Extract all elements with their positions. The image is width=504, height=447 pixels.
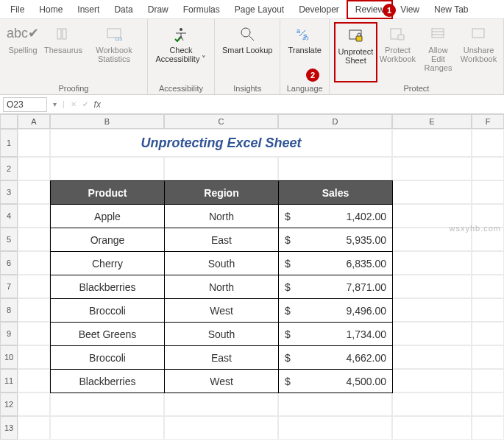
tab-home[interactable]: Home <box>32 1 70 18</box>
cell-region[interactable]: East <box>165 228 279 252</box>
table-row[interactable]: Beet GreensSouth$1,734.00 <box>51 323 393 346</box>
row-header-4[interactable]: 4 <box>0 204 18 228</box>
col-header-D[interactable]: D <box>278 114 392 129</box>
row-header-8[interactable]: 8 <box>0 298 18 322</box>
tab-view[interactable]: View <box>393 1 427 18</box>
cells-area[interactable]: Unprotecting Excel Sheet Product Region … <box>18 129 504 440</box>
col-header-A[interactable]: A <box>18 114 50 129</box>
unprotect-sheet-label: Unprotect Sheet <box>338 47 374 65</box>
th-product[interactable]: Product <box>51 181 165 205</box>
cell-region[interactable]: North <box>165 205 279 228</box>
group-language-label: Language <box>285 82 324 93</box>
cell-sales[interactable]: $6,835.00 <box>279 252 393 275</box>
cell-region[interactable]: South <box>165 323 279 346</box>
column-headers-row: A B C D E F <box>0 114 504 129</box>
unshare-workbook-label: Unshare Workbook <box>461 46 497 63</box>
row-header-12[interactable]: 12 <box>0 393 18 416</box>
spelling-button[interactable]: abc✔ Spelling <box>4 22 41 82</box>
allow-edit-ranges-button[interactable]: Allow Edit Ranges <box>418 22 458 82</box>
cell-region[interactable]: West <box>165 299 279 323</box>
check-accessibility-button[interactable]: Check Accessibility ˅ <box>152 22 210 82</box>
row-header-2[interactable]: 2 <box>0 157 18 180</box>
tab-developer[interactable]: Developer <box>291 1 347 18</box>
cell-product[interactable]: Broccoli <box>51 346 165 370</box>
protect-workbook-label: Protect Workbook <box>380 46 416 63</box>
tab-new-tab[interactable]: New Tab <box>427 1 475 18</box>
table-row[interactable]: BlackberriesNorth$7,871.00 <box>51 275 393 299</box>
cancel-icon: ✕ <box>68 100 79 108</box>
workbook-stats-label: Workbook Statistics <box>88 46 140 63</box>
tab-draw[interactable]: Draw <box>141 1 176 18</box>
cell-product[interactable]: Blackberries <box>51 275 165 299</box>
table-row[interactable]: BlackberriesWest$4,500.00 <box>51 370 393 393</box>
cell-sales[interactable]: $1,734.00 <box>279 323 393 346</box>
tab-insert[interactable]: Insert <box>70 1 107 18</box>
smart-lookup-button[interactable]: Smart Lookup <box>219 22 275 82</box>
col-header-B[interactable]: B <box>50 114 164 129</box>
tab-file[interactable]: File <box>3 1 32 18</box>
step-badge-2: 2 <box>306 68 319 82</box>
formula-input[interactable] <box>104 97 504 112</box>
cell-product[interactable]: Beet Greens <box>51 323 165 346</box>
cell-product[interactable]: Cherry <box>51 252 165 275</box>
step-badge-1: 1 <box>383 4 396 17</box>
row-header-3[interactable]: 3 <box>0 180 18 204</box>
row-header-1[interactable]: 1 <box>0 129 18 157</box>
row-header-11[interactable]: 11 <box>0 369 18 393</box>
formula-bar: O23 ▾ | ✕ ✔ fx <box>0 95 504 114</box>
row-header-5[interactable]: 5 <box>0 228 18 251</box>
sheet-title[interactable]: Unprotecting Excel Sheet <box>50 129 392 157</box>
thesaurus-button[interactable]: Thesaurus <box>41 22 85 82</box>
select-all-corner[interactable] <box>0 114 18 129</box>
th-sales[interactable]: Sales <box>279 181 393 205</box>
cell-sales[interactable]: $5,935.00 <box>279 228 393 252</box>
row-header-10[interactable]: 10 <box>0 345 18 369</box>
name-box-dropdown-icon[interactable]: ▾ <box>50 100 60 108</box>
tab-formulas[interactable]: Formulas <box>176 1 227 18</box>
cell-product[interactable]: Broccoli <box>51 299 165 323</box>
group-accessibility: Check Accessibility ˅ Accessibility <box>148 19 215 94</box>
col-header-E[interactable]: E <box>392 114 472 129</box>
cell-product[interactable]: Orange <box>51 228 165 252</box>
protect-workbook-button[interactable]: Protect Workbook <box>377 22 418 82</box>
svg-rect-12 <box>398 35 404 40</box>
group-protect: Unprotect Sheet Protect Workbook Allow E… <box>330 19 504 94</box>
cell-region[interactable]: East <box>165 346 279 370</box>
cell-product[interactable]: Blackberries <box>51 370 165 393</box>
name-box[interactable]: O23 <box>3 97 47 112</box>
cell-product[interactable]: Apple <box>51 205 165 228</box>
translate-label: Translate <box>288 46 321 54</box>
data-table: Product Region Sales AppleNorth$1,402.00… <box>50 180 393 393</box>
table-row[interactable]: OrangeEast$5,935.00 <box>51 228 393 252</box>
svg-text:a: a <box>297 27 300 35</box>
cell-sales[interactable]: $7,871.00 <box>279 275 393 299</box>
row-header-7[interactable]: 7 <box>0 275 18 298</box>
table-row[interactable]: BroccoliWest$9,496.00 <box>51 299 393 323</box>
workbook-stats-button[interactable]: 123 Workbook Statistics <box>85 22 143 82</box>
cell-sales[interactable]: $1,402.00 <box>279 205 393 228</box>
tab-page-layout[interactable]: Page Layout <box>227 1 291 18</box>
row-header-6[interactable]: 6 <box>0 251 18 275</box>
cell-region[interactable]: North <box>165 275 279 299</box>
th-region[interactable]: Region <box>165 181 279 205</box>
cell-sales[interactable]: $4,500.00 <box>279 370 393 393</box>
accessibility-icon <box>171 24 191 44</box>
table-row[interactable]: BroccoliEast$4,662.00 <box>51 346 393 370</box>
row-header-13[interactable]: 13 <box>0 416 18 440</box>
cell-sales[interactable]: $4,662.00 <box>279 346 393 370</box>
table-row[interactable]: AppleNorth$1,402.00 <box>51 205 393 228</box>
svg-text:123: 123 <box>115 37 122 41</box>
unshare-workbook-button[interactable]: Unshare Workbook <box>458 22 499 82</box>
spelling-label: Spelling <box>8 46 37 54</box>
cell-region[interactable]: South <box>165 252 279 275</box>
table-row[interactable]: CherrySouth$6,835.00 <box>51 252 393 275</box>
row-headers: 1 2 3 4 5 6 7 8 9 10 11 12 13 <box>0 129 18 440</box>
col-header-F[interactable]: F <box>472 114 504 129</box>
tab-data[interactable]: Data <box>107 1 140 18</box>
unprotect-sheet-button[interactable]: Unprotect Sheet <box>334 22 377 82</box>
col-header-C[interactable]: C <box>164 114 278 129</box>
cell-sales[interactable]: $9,496.00 <box>279 299 393 323</box>
row-header-9[interactable]: 9 <box>0 322 18 345</box>
cell-region[interactable]: West <box>165 370 279 393</box>
fx-icon[interactable]: fx <box>91 99 104 110</box>
